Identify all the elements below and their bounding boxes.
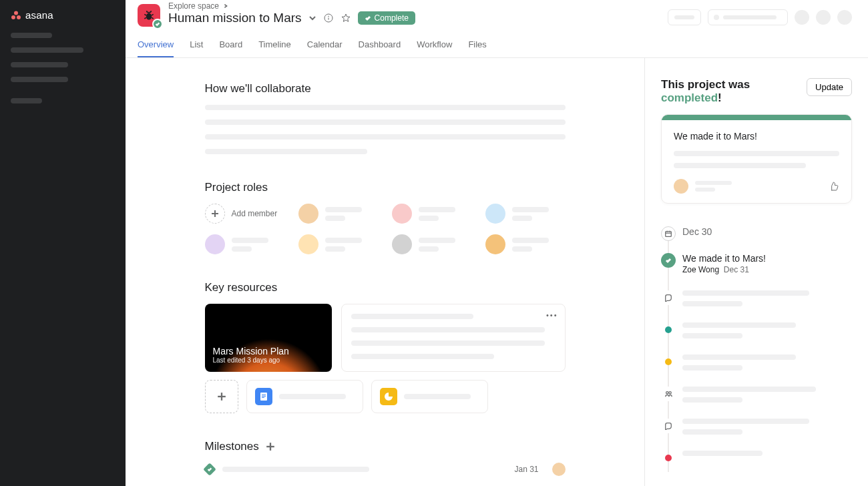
status-pill[interactable]: Complete: [358, 11, 415, 25]
tab-board[interactable]: Board: [219, 34, 242, 57]
svg-point-1: [11, 15, 15, 19]
sidebar: asana: [0, 0, 126, 486]
breadcrumb[interactable]: Explore space: [168, 1, 415, 11]
svg-point-26: [666, 392, 668, 394]
resources-title: Key resources: [205, 281, 566, 294]
status-card[interactable]: We made it to Mars!: [661, 114, 852, 204]
calendar-icon: [661, 226, 676, 241]
svg-point-10: [328, 16, 329, 17]
breadcrumb-parent[interactable]: Explore space: [168, 1, 219, 11]
assignee-avatar[interactable]: [552, 463, 566, 476]
brief-preview[interactable]: •••: [341, 304, 566, 372]
status-dot-teal: [665, 326, 672, 333]
project-role[interactable]: [392, 204, 472, 224]
project-role[interactable]: [298, 234, 379, 254]
rail-title: This project was completed!: [661, 78, 807, 105]
thumbs-up-icon[interactable]: [829, 181, 839, 192]
svg-rect-17: [262, 395, 266, 395]
header-avatar-2[interactable]: [816, 10, 831, 25]
project-role[interactable]: [392, 234, 472, 254]
header-action-1[interactable]: [668, 9, 701, 25]
chevron-right-icon: [223, 3, 228, 9]
project-check-icon: [152, 19, 163, 29]
add-attachment-button[interactable]: [205, 380, 238, 413]
milestones-title: Milestones: [205, 440, 259, 453]
timeline-date: Dec 30: [682, 226, 852, 237]
svg-point-3: [146, 13, 152, 20]
attachment-slide[interactable]: [371, 380, 488, 413]
project-role[interactable]: [485, 204, 566, 224]
project-role[interactable]: [485, 234, 566, 254]
comment-icon: [661, 290, 676, 305]
svg-rect-19: [262, 397, 264, 398]
more-icon[interactable]: •••: [546, 311, 558, 319]
tab-timeline[interactable]: Timeline: [258, 34, 291, 57]
header-action-2[interactable]: [708, 9, 788, 25]
attachment-doc[interactable]: [246, 380, 363, 413]
header-avatar-1[interactable]: [795, 10, 809, 25]
status-dot-yellow: [665, 358, 672, 365]
svg-line-6: [144, 17, 146, 19]
svg-point-2: [17, 15, 21, 19]
collaborate-title: How we'll collaborate: [205, 82, 566, 95]
tab-calendar[interactable]: Calendar: [307, 34, 343, 57]
timeline-item-title[interactable]: We made it to Mars!: [682, 253, 852, 264]
project-role[interactable]: [205, 234, 285, 254]
activity-timeline: Dec 30 We made it to Mars! Zoe Wong Dec …: [661, 226, 852, 472]
info-icon[interactable]: [323, 13, 334, 23]
update-button[interactable]: Update: [807, 78, 852, 96]
svg-rect-18: [262, 396, 266, 397]
roles-title: Project roles: [205, 181, 566, 194]
project-header: Explore space Human mission to Mars Comp…: [126, 0, 868, 58]
google-doc-icon: [255, 388, 272, 405]
tab-overview[interactable]: Overview: [138, 34, 174, 57]
header-avatar-3[interactable]: [837, 10, 852, 25]
overview-content: How we'll collaborate Project roles Add …: [126, 58, 644, 486]
check-icon: [661, 253, 676, 268]
brand-text: asana: [25, 9, 53, 21]
tab-list[interactable]: List: [190, 34, 203, 57]
brief-subtitle: Last edited 3 days ago: [213, 356, 324, 364]
people-icon: [661, 387, 676, 401]
tab-dashboard[interactable]: Dashboard: [359, 34, 401, 57]
add-member-label: Add member: [232, 209, 278, 218]
milestone-date: Jan 31: [514, 465, 538, 474]
star-icon[interactable]: [341, 13, 351, 23]
tab-workflow[interactable]: Workflow: [417, 34, 452, 57]
svg-rect-22: [666, 232, 672, 237]
svg-point-0: [14, 11, 18, 15]
add-milestone-button[interactable]: [266, 442, 275, 451]
svg-marker-11: [342, 14, 350, 21]
comment-icon: [661, 419, 676, 433]
milestone-check-icon: [203, 463, 216, 476]
milestone-row[interactable]: Jan 31: [205, 463, 566, 476]
svg-line-4: [144, 14, 146, 15]
project-title[interactable]: Human mission to Mars: [168, 11, 302, 25]
project-brief-card[interactable]: Mars Mission Plan Last edited 3 days ago: [205, 304, 332, 372]
svg-point-27: [669, 392, 671, 394]
asana-logo[interactable]: asana: [11, 9, 115, 21]
chevron-down-icon[interactable]: [308, 14, 316, 22]
tab-files[interactable]: Files: [468, 34, 486, 57]
project-icon[interactable]: [138, 4, 160, 27]
brief-title: Mars Mission Plan: [213, 346, 324, 356]
project-role[interactable]: [298, 204, 379, 224]
status-card-title: We made it to Mars!: [674, 131, 839, 142]
google-slide-icon: [380, 388, 397, 405]
svg-line-5: [152, 14, 154, 15]
status-dot-red: [665, 455, 672, 461]
check-icon: [365, 15, 371, 21]
svg-line-7: [152, 17, 154, 19]
status-rail: This project was completed! Update We ma…: [644, 58, 868, 486]
author-avatar[interactable]: [674, 179, 688, 194]
plus-icon: [205, 204, 225, 224]
project-tabs: Overview List Board Timeline Calendar Da…: [138, 34, 852, 57]
add-member-button[interactable]: Add member: [205, 204, 285, 224]
